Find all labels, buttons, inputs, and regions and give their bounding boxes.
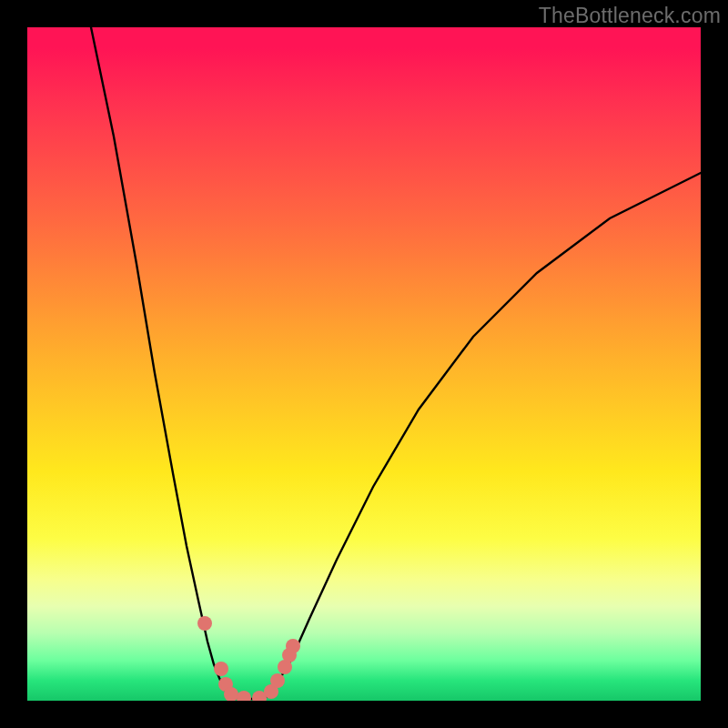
curve-dot — [197, 616, 212, 631]
curve-dot — [237, 691, 251, 701]
curve-dot — [286, 639, 300, 653]
chart-frame: TheBottleneck.com — [0, 0, 728, 728]
bottleneck-curve — [27, 27, 701, 701]
curve-dot — [214, 662, 228, 676]
watermark-text: TheBottleneck.com — [539, 4, 721, 28]
plot-area — [27, 27, 701, 701]
curve-path — [91, 27, 701, 699]
curve-dot — [270, 673, 285, 688]
